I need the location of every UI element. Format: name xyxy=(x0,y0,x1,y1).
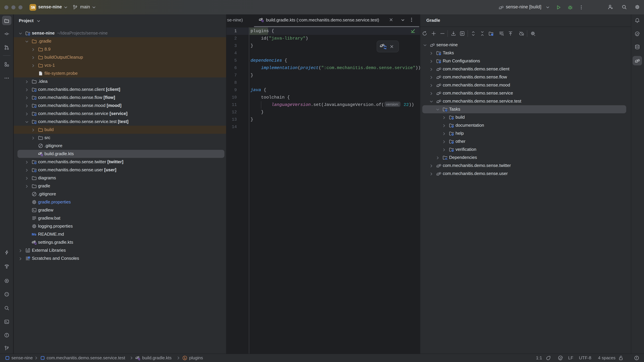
svg-text:M: M xyxy=(32,232,35,236)
